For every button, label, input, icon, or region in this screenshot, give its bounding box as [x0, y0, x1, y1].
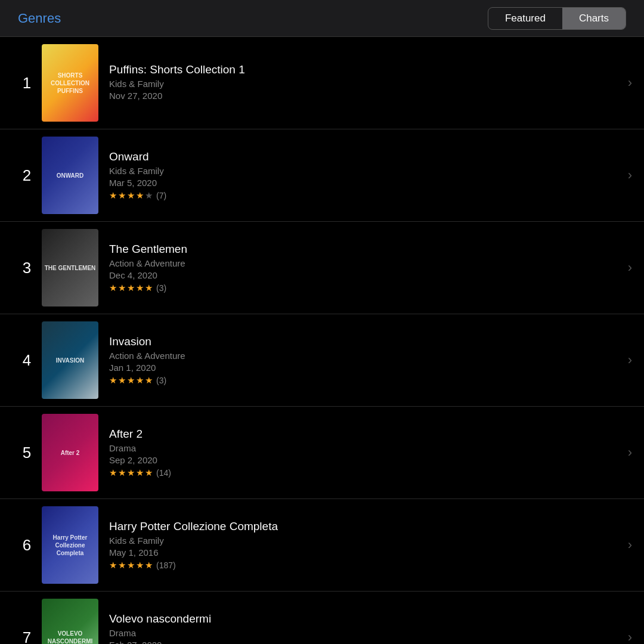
genres-button[interactable]: Genres [18, 11, 61, 26]
rank-number: 5 [12, 444, 42, 462]
item-title: Harry Potter Collezione Completa [109, 520, 623, 533]
poster-image: INVASION [42, 321, 98, 399]
tab-featured[interactable]: Featured [488, 8, 562, 29]
item-title: Volevo nascondermi [109, 612, 623, 626]
star-full-icon: ★ [136, 375, 144, 386]
chevron-right-icon: › [628, 537, 632, 553]
item-title: After 2 [109, 428, 623, 441]
item-date: Feb 27, 2020 [109, 640, 623, 645]
chevron-right-icon: › [628, 352, 632, 368]
review-count: (3) [156, 376, 166, 385]
item-title: Puffins: Shorts Collection 1 [109, 63, 623, 76]
star-full-icon: ★ [127, 560, 135, 571]
list-item[interactable]: 1 SHORTS COLLECTION PUFFINS Puffins: Sho… [0, 37, 644, 129]
star-full-icon: ★ [127, 190, 135, 201]
list-item[interactable]: 6 Harry Potter Collezione Completa Harry… [0, 499, 644, 592]
star-full-icon: ★ [109, 375, 117, 386]
star-empty-icon: ★ [145, 190, 153, 201]
item-info: After 2 Drama Sep 2, 2020 ★★★★★ (14) [109, 428, 623, 478]
item-info: Onward Kids & Family Mar 5, 2020 ★★★★★ (… [109, 150, 623, 201]
star-full-icon: ★ [118, 560, 126, 571]
tab-charts[interactable]: Charts [562, 8, 626, 29]
star-full-icon: ★ [118, 375, 126, 386]
item-date: Nov 27, 2020 [109, 91, 623, 101]
charts-list: 1 SHORTS COLLECTION PUFFINS Puffins: Sho… [0, 37, 644, 644]
star-full-icon: ★ [109, 283, 117, 293]
star-full-icon: ★ [136, 560, 144, 571]
star-half-icon: ★ [145, 467, 153, 478]
poster-image: SHORTS COLLECTION PUFFINS [42, 44, 98, 122]
star-half-icon: ★ [145, 560, 153, 571]
poster-image: THE GENTLEMEN [42, 229, 98, 306]
item-info: Harry Potter Collezione Completa Kids & … [109, 520, 623, 571]
item-info: Puffins: Shorts Collection 1 Kids & Fami… [109, 63, 623, 103]
rank-number: 2 [12, 166, 42, 185]
rank-number: 3 [12, 259, 42, 277]
item-date: Mar 5, 2020 [109, 178, 623, 188]
chevron-right-icon: › [628, 630, 632, 644]
item-date: Jan 1, 2020 [109, 363, 623, 373]
star-rating: ★★★★★ (3) [109, 283, 623, 293]
review-count: (7) [156, 191, 166, 200]
star-full-icon: ★ [127, 467, 135, 478]
item-genre: Kids & Family [109, 535, 623, 546]
review-count: (3) [156, 283, 166, 293]
poster-image: Harry Potter Collezione Completa [42, 506, 98, 584]
star-full-icon: ★ [127, 375, 135, 386]
item-genre: Kids & Family [109, 166, 623, 176]
star-rating: ★★★★★ (14) [109, 467, 623, 478]
list-item[interactable]: 4 INVASION Invasion Action & Adventure J… [0, 314, 644, 407]
poster-image: ONWARD [42, 137, 98, 214]
item-date: Sep 2, 2020 [109, 455, 623, 465]
poster-image: After 2 [42, 414, 98, 491]
star-full-icon: ★ [109, 560, 117, 571]
item-genre: Drama [109, 443, 623, 453]
poster-image: VOLEVO NASCONDERMI [42, 599, 98, 644]
star-half-icon: ★ [145, 375, 153, 386]
review-count: (14) [156, 468, 171, 478]
list-item[interactable]: 3 THE GENTLEMEN The Gentlemen Action & A… [0, 222, 644, 314]
star-full-icon: ★ [118, 467, 126, 478]
item-genre: Drama [109, 628, 623, 638]
list-item[interactable]: 5 After 2 After 2 Drama Sep 2, 2020 ★★★★… [0, 407, 644, 499]
star-full-icon: ★ [127, 283, 135, 293]
rank-number: 7 [12, 628, 42, 645]
item-title: The Gentlemen [109, 243, 623, 256]
list-item[interactable]: 7 VOLEVO NASCONDERMI Volevo nascondermi … [0, 592, 644, 644]
item-info: Invasion Action & Adventure Jan 1, 2020 … [109, 335, 623, 386]
chevron-right-icon: › [628, 445, 632, 460]
item-genre: Kids & Family [109, 79, 623, 89]
star-full-icon: ★ [109, 467, 117, 478]
rank-number: 1 [12, 74, 42, 92]
item-title: Onward [109, 150, 623, 163]
item-info: The Gentlemen Action & Adventure Dec 4, … [109, 243, 623, 293]
star-rating: ★★★★★ (7) [109, 190, 623, 201]
star-half-icon: ★ [136, 190, 144, 201]
item-info: Volevo nascondermi Drama Feb 27, 2020 ★★… [109, 612, 623, 645]
star-half-icon: ★ [145, 283, 153, 293]
star-full-icon: ★ [136, 467, 144, 478]
star-rating: ★★★★★ (3) [109, 375, 623, 386]
star-full-icon: ★ [136, 283, 144, 293]
rank-number: 4 [12, 351, 42, 370]
item-title: Invasion [109, 335, 623, 348]
item-date: Dec 4, 2020 [109, 270, 623, 280]
chevron-right-icon: › [628, 168, 632, 183]
chevron-right-icon: › [628, 75, 632, 91]
item-genre: Action & Adventure [109, 258, 623, 268]
star-full-icon: ★ [118, 283, 126, 293]
rank-number: 6 [12, 536, 42, 555]
header: Genres Featured Charts [0, 0, 644, 37]
item-genre: Action & Adventure [109, 351, 623, 361]
star-full-icon: ★ [109, 190, 117, 201]
star-rating: ★★★★★ (187) [109, 560, 623, 571]
star-full-icon: ★ [118, 190, 126, 201]
item-date: May 1, 2016 [109, 547, 623, 558]
tab-group: Featured Charts [488, 7, 626, 30]
chevron-right-icon: › [628, 260, 632, 275]
list-item[interactable]: 2 ONWARD Onward Kids & Family Mar 5, 202… [0, 129, 644, 222]
review-count: (187) [156, 561, 176, 570]
